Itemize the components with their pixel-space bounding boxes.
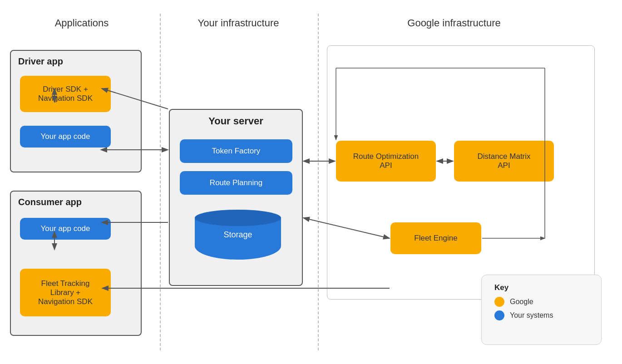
fleet-engine-box: Fleet Engine	[390, 222, 481, 254]
legend-box: Key Google Your systems	[481, 275, 602, 345]
your-server-title: Your server	[170, 110, 302, 131]
distance-matrix-box: Distance Matrix API	[454, 141, 554, 182]
applications-header: Applications	[14, 17, 150, 29]
google-infrastructure-header: Google infrastructure	[327, 17, 581, 29]
your-server-box: Your server Token Factory Route Planning…	[169, 109, 303, 286]
legend-google: Google	[494, 297, 588, 307]
divider-1	[160, 14, 161, 350]
route-optimization-box: Route Optimization API	[336, 141, 436, 182]
legend-title: Key	[494, 283, 588, 292]
consumer-app-code-box: Your app code	[20, 218, 111, 240]
driver-sdk-box: Driver SDK + Navigation SDK	[20, 76, 111, 112]
your-infrastructure-header: Your infrastructure	[163, 17, 313, 29]
driver-app-code-box: Your app code	[20, 126, 111, 148]
divider-2	[318, 14, 319, 350]
token-factory-box: Token Factory	[180, 139, 292, 163]
diagram: { "headers": { "applications": "Applicat…	[0, 0, 622, 364]
consumer-app-title: Consumer app	[11, 192, 141, 211]
storage-box: Storage	[193, 203, 283, 266]
driver-app-box: Driver app Driver SDK + Navigation SDK Y…	[10, 50, 142, 172]
your-systems-legend-dot	[494, 310, 504, 320]
fleet-tracking-box: Fleet Tracking Library + Navigation SDK	[20, 269, 111, 316]
legend-your-systems: Your systems	[494, 310, 588, 320]
route-planning-box: Route Planning	[180, 171, 292, 195]
driver-app-title: Driver app	[11, 51, 141, 70]
google-legend-dot	[494, 297, 504, 307]
consumer-app-box: Consumer app Your app code Fleet Trackin…	[10, 191, 142, 336]
